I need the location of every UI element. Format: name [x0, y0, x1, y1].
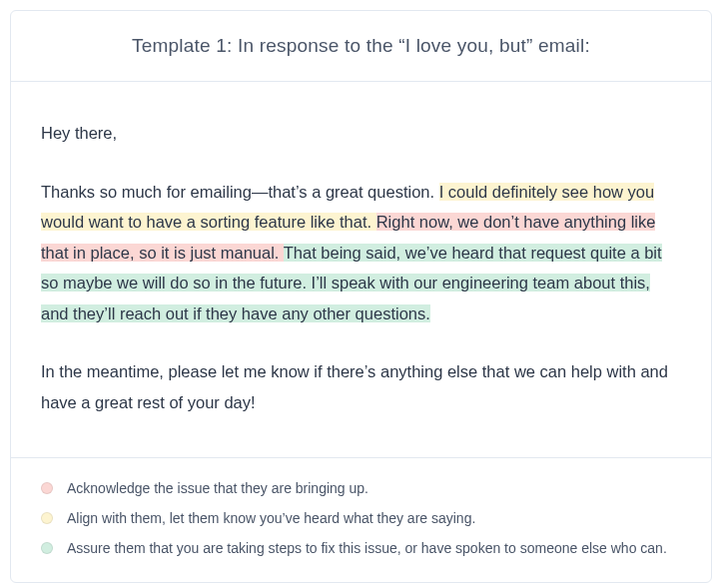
- main-paragraph: Thanks so much for emailing—that’s a gre…: [41, 177, 681, 329]
- legend-item-align: Align with them, let them know you’ve he…: [41, 510, 681, 526]
- dot-green-icon: [41, 542, 53, 554]
- legend-label: Acknowledge the issue that they are brin…: [67, 480, 368, 496]
- legend: Acknowledge the issue that they are brin…: [11, 458, 711, 582]
- legend-item-assure: Assure them that you are taking steps to…: [41, 540, 681, 556]
- greeting: Hey there,: [41, 118, 681, 149]
- card-body: Hey there, Thanks so much for emailing—t…: [11, 82, 711, 458]
- card-header: Template 1: In response to the “I love y…: [11, 11, 711, 82]
- legend-label: Align with them, let them know you’ve he…: [67, 510, 475, 526]
- closing-paragraph: In the meantime, please let me know if t…: [41, 356, 681, 417]
- dot-yellow-icon: [41, 512, 53, 524]
- dot-red-icon: [41, 482, 53, 494]
- template-card: Template 1: In response to the “I love y…: [10, 10, 712, 583]
- card-title: Template 1: In response to the “I love y…: [41, 35, 681, 57]
- legend-item-acknowledge: Acknowledge the issue that they are brin…: [41, 480, 681, 496]
- text-plain-intro: Thanks so much for emailing—that’s a gre…: [41, 183, 439, 201]
- legend-label: Assure them that you are taking steps to…: [67, 540, 667, 556]
